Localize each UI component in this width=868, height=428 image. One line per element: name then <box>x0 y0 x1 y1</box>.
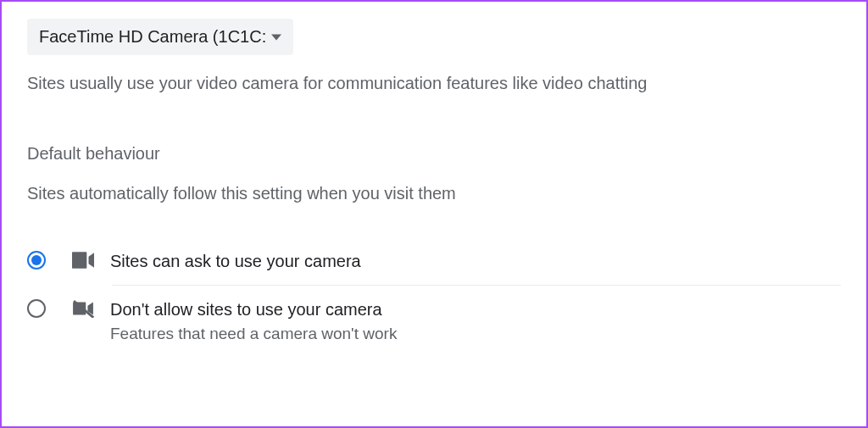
camera-select-label: FaceTime HD Camera (1C1C: <box>39 27 266 47</box>
option-allow-ask-title: Sites can ask to use your camera <box>110 249 841 273</box>
camera-description: Sites usually use your video camera for … <box>27 74 841 93</box>
radio-allow-ask[interactable] <box>27 251 46 270</box>
option-block-title: Don't allow sites to use your camera <box>110 297 841 321</box>
default-behaviour-subtitle: Sites automatically follow this setting … <box>27 184 841 203</box>
option-block[interactable]: Don't allow sites to use your camera Fea… <box>27 286 841 355</box>
option-allow-ask[interactable]: Sites can ask to use your camera <box>27 237 841 285</box>
option-block-subtitle: Features that need a camera won't work <box>110 325 841 343</box>
default-behaviour-heading: Default behaviour <box>27 144 841 164</box>
camera-icon <box>71 251 95 270</box>
caret-down-icon <box>271 32 281 42</box>
camera-off-icon <box>71 299 95 318</box>
radio-block[interactable] <box>27 299 46 318</box>
camera-select-dropdown[interactable]: FaceTime HD Camera (1C1C: <box>27 19 293 55</box>
